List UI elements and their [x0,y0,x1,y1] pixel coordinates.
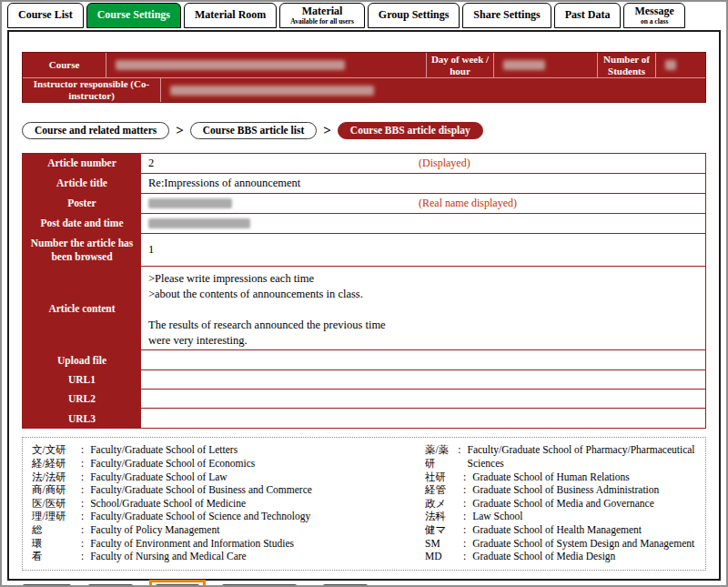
click-target-highlight: ▶NON [149,580,206,587]
legend-name: Graduate School of Human Relations [472,471,629,484]
legend-item: 経管:Graduate School of Business Administr… [425,483,698,497]
displayed-note: (Displayed) [419,157,470,170]
legend-name: Graduate School of System Design and Man… [472,537,694,551]
article-row-content: Article content >Please write impression… [23,267,705,350]
legend-separator: : [81,523,84,537]
action-button-bar: ▶Reply ▶DISP ▶NON ▶Unav Memo ▶Back [22,580,706,587]
legend-separator: : [81,443,84,457]
legend-separator: : [81,471,84,484]
real-name-displayed-note: (Real name displayed) [419,197,517,210]
breadcrumb-course-bbs-article-list[interactable]: Course BBS article list [190,122,317,139]
faculty-legend: 文/文研:Faculty/Graduate School of Letters … [22,437,706,570]
legend-separator: : [463,523,466,537]
legend-name: Faculty of Policy Management [90,523,219,537]
redacted-course-name [116,60,345,70]
course-info-table: Course Day of week / hour Number of Stud… [22,52,706,103]
legend-abbr: 環 [32,537,81,551]
day-of-week-label: Day of week / hour [427,53,494,77]
legend-abbr: MD [425,550,463,563]
poster-value: (Real name displayed) [141,194,705,213]
article-row-poster: Poster (Real name displayed) [23,194,705,214]
legend-separator: : [81,497,84,511]
legend-separator: : [463,497,466,511]
row-label: Number the article has been browsed [23,234,141,266]
legend-item: 政メ:Graduate School of Media and Governan… [425,497,698,511]
row-label: Upload file [23,350,141,369]
legend-abbr: 薬/薬研 [425,443,458,470]
row-label: Poster [23,194,141,213]
article-row-url2: URL2 [23,390,705,409]
row-label: URL1 [23,370,141,389]
tab-label: Course List [18,9,73,21]
tab-label: Share Settings [473,9,540,21]
legend-abbr: 経/経研 [32,457,81,471]
legend-separator: : [81,457,84,471]
course-label: Course [23,53,106,77]
article-row-title: Article title Re:Impressions of announce… [23,174,705,194]
redacted-instructor-value [170,86,374,96]
day-of-week-value [494,53,598,77]
url3-value [141,409,705,428]
legend-abbr: SM [425,537,463,551]
legend-item: SM:Graduate School of System Design and … [425,537,698,551]
tab-sublabel: Available for all users [290,17,354,25]
tab-past-data[interactable]: Past Data [554,3,622,28]
tab-group-settings[interactable]: Group Settings [368,3,460,28]
tab-share-settings[interactable]: Share Settings [462,3,551,28]
legend-name: Faculty/Graduate School of Economics [90,457,255,471]
legend-abbr: 法/法研 [32,471,81,484]
row-label: URL3 [23,409,141,428]
legend-name: Faculty/Graduate School of Letters [90,443,238,457]
tab-label: Material [302,5,343,17]
redacted-day-value [503,60,545,70]
course-name-value [106,53,427,77]
article-content-value: >Please write impressions each time >abo… [141,267,705,349]
redacted-poster-name [148,198,232,208]
legend-name: Graduate School of Business Administrati… [472,483,659,497]
content-panel: Course Day of week / hour Number of Stud… [7,30,721,581]
article-row-post-date: Post date and time [23,214,705,234]
legend-item: 理/理研:Faculty/Graduate School of Science … [32,510,425,523]
legend-name: School/Graduate School of Medicine [90,497,246,511]
legend-separator: : [463,550,466,563]
upload-file-value [141,350,705,369]
article-row-url3: URL3 [23,409,705,428]
redacted-students-value [665,60,676,70]
tab-message[interactable]: Message on a class [623,3,684,28]
tab-bar: Course List Course Settings Material Roo… [7,3,721,28]
chevron-separator-icon: > [323,124,331,137]
breadcrumb-course-and-related-matters[interactable]: Course and related matters [22,122,169,139]
breadcrumb: Course and related matters > Course BBS … [22,122,706,139]
tab-label: Course Settings [97,9,170,21]
legend-abbr: 医/医研 [32,497,81,511]
article-table: Article number 2 (Displayed) Article tit… [22,153,706,429]
tab-label: Message [634,5,673,17]
value-text: 2 [148,157,154,170]
redacted-post-date [148,218,250,228]
legend-left-column: 文/文研:Faculty/Graduate School of Letters … [32,443,425,562]
tab-material[interactable]: Material Available for all users [279,3,365,28]
instructor-row: Instructor responsible (Co-instructor) [23,77,705,102]
article-title-value: Re:Impressions of announcement [141,174,705,193]
article-row-browse-count: Number the article has been browsed 1 [23,234,705,267]
legend-item: 法科:Law School [425,510,698,523]
tab-material-room[interactable]: Material Room [184,3,277,28]
legend-name: Faculty/Graduate School of Pharmacy/Phar… [468,443,698,470]
tab-course-settings[interactable]: Course Settings [86,3,181,28]
row-label: Article number [23,154,141,173]
article-row-upload-file: Upload file [23,350,705,370]
legend-name: Graduate School of Media and Governance [472,497,654,511]
legend-abbr: 健マ [425,523,463,537]
legend-item: 医/医研:School/Graduate School of Medicine [32,497,425,511]
legend-name: Faculty of Environment and Information S… [90,537,294,551]
post-date-value [141,214,705,233]
legend-name: Graduate School of Media Design [472,550,615,563]
legend-abbr: 社研 [425,471,463,484]
breadcrumb-course-bbs-article-display[interactable]: Course BBS article display [338,122,483,139]
browse-count-value: 1 [141,234,705,266]
legend-item: 薬/薬研:Faculty/Graduate School of Pharmacy… [425,443,698,470]
legend-abbr: 経管 [425,483,463,497]
legend-separator: : [463,483,466,497]
instructor-label: Instructor responsible (Co-instructor) [23,78,161,102]
tab-course-list[interactable]: Course List [7,3,84,28]
